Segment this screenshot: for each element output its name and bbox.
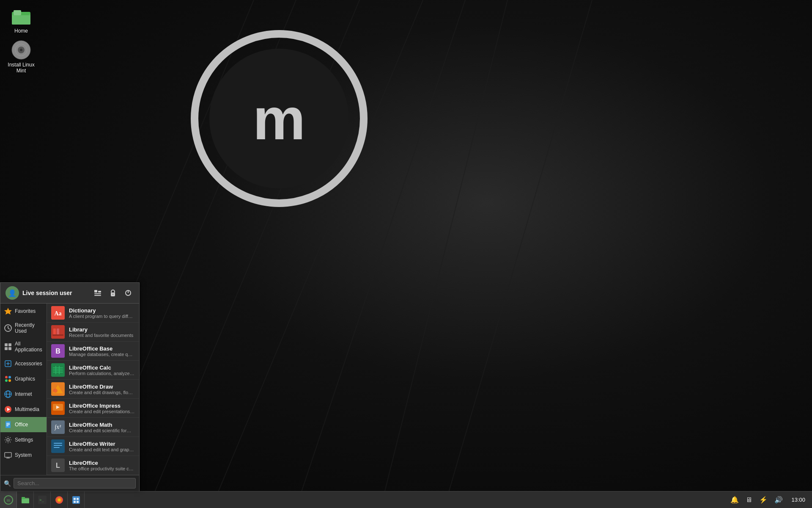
taskbar: m >_	[0, 491, 812, 508]
app-item-libreoffice-impress[interactable]: LibreOffice Impress Create and edit pres…	[47, 399, 139, 418]
svg-point-51	[7, 439, 9, 441]
menu-sidebar: Favorites Recently Used All Applications…	[0, 304, 47, 475]
app-item-libreoffice-math[interactable]: ∫x² LibreOffice Math Create and edit sci…	[47, 418, 139, 437]
svg-rect-67	[53, 372, 63, 373]
taskbar-manager-btn[interactable]	[68, 491, 85, 508]
svg-text:L: L	[56, 462, 60, 469]
svg-rect-68	[55, 366, 56, 374]
desktop-icon-install-mint[interactable]: Install Linux Mint	[4, 38, 38, 76]
files-action-btn[interactable]	[92, 287, 104, 299]
app-icon-libreoffice-math: ∫x²	[51, 420, 65, 434]
sidebar-label-recently-used: Recently Used	[15, 322, 43, 334]
sidebar-icon-favorites	[4, 307, 12, 315]
app-item-libreoffice-base[interactable]: B LibreOffice Base Manage databases, cre…	[47, 342, 139, 361]
app-item-libreoffice[interactable]: L LibreOffice The office productivity su…	[47, 456, 139, 475]
svg-point-93	[58, 499, 60, 501]
svg-point-38	[5, 376, 8, 378]
app-info-library: Library Recent and favorite documents	[69, 326, 135, 338]
svg-point-8	[195, 34, 364, 203]
svg-line-6	[381, 0, 508, 508]
app-item-libreoffice-calc[interactable]: LibreOffice Calc Perform calculations, a…	[47, 361, 139, 380]
app-info-libreoffice-base: LibreOffice Base Manage databases, creat…	[69, 345, 135, 357]
taskbar-terminal-btn[interactable]: >_	[34, 491, 51, 508]
sidebar-item-accessories[interactable]: Accessories	[0, 356, 47, 371]
svg-text:B: B	[55, 348, 60, 355]
svg-point-72	[53, 389, 58, 393]
taskbar-files-btn[interactable]	[17, 491, 34, 508]
app-item-dictionary[interactable]: Aa Dictionary A client program to query …	[47, 304, 139, 323]
sidebar-item-all-applications[interactable]: All Applications	[0, 337, 47, 356]
app-item-library[interactable]: Library Recent and favorite documents	[47, 323, 139, 342]
app-name-libreoffice-writer: LibreOffice Writer	[69, 441, 135, 447]
app-desc-libreoffice-calc: Perform calculations, analyze informat..…	[69, 371, 135, 376]
sidebar-item-internet[interactable]: Internet	[0, 387, 47, 402]
app-info-dictionary: Dictionary A client program to query dif…	[69, 307, 135, 319]
svg-rect-32	[8, 343, 11, 346]
app-item-libreoffice-writer[interactable]: LibreOffice Writer Create and edit text …	[47, 437, 139, 456]
svg-rect-31	[5, 343, 8, 346]
svg-rect-19	[94, 290, 97, 293]
app-name-libreoffice-base: LibreOffice Base	[69, 345, 135, 352]
app-icon-libreoffice-draw	[51, 382, 65, 396]
taskbar-browser-btn[interactable]	[51, 491, 68, 508]
sidebar-item-favorites[interactable]: Favorites	[0, 304, 47, 319]
taskbar-right: 🔔 🖥 ⚡ 🔊 13:00	[729, 491, 812, 508]
search-input[interactable]	[14, 478, 136, 489]
sidebar-item-recently-used[interactable]: Recently Used	[0, 319, 47, 337]
sidebar-icon-settings	[4, 436, 12, 444]
taskbar-manager-icon	[72, 496, 80, 504]
lock-action-btn[interactable]	[107, 287, 119, 299]
display-tray-icon[interactable]: 🖥	[744, 495, 754, 505]
power-tray-icon[interactable]: ⚡	[757, 495, 769, 505]
app-info-libreoffice: LibreOffice The office productivity suit…	[69, 460, 135, 471]
svg-rect-34	[8, 347, 11, 350]
power-action-btn[interactable]	[122, 287, 134, 299]
start-button[interactable]: m	[0, 491, 17, 508]
svg-rect-13	[14, 10, 21, 15]
svg-rect-88	[22, 497, 25, 499]
svg-point-41	[8, 379, 11, 382]
app-name-libreoffice-math: LibreOffice Math	[69, 422, 135, 428]
svg-rect-81	[54, 447, 60, 448]
svg-rect-87	[22, 499, 29, 503]
user-avatar: 👤	[5, 286, 19, 300]
notification-tray-icon[interactable]: 🔔	[729, 495, 741, 505]
svg-rect-22	[98, 291, 101, 293]
svg-line-7	[444, 0, 592, 508]
menu-content: Aa Dictionary A client program to query …	[47, 304, 139, 475]
home-icon-label: Home	[14, 28, 28, 34]
app-name-library: Library	[69, 326, 135, 333]
volume-tray-icon[interactable]: 🔊	[773, 495, 785, 505]
sidebar-icon-multimedia	[4, 405, 12, 414]
app-desc-libreoffice-draw: Create and edit drawings, flow charts a.…	[69, 390, 135, 395]
svg-rect-60	[60, 329, 63, 335]
install-mint-icon-label: Install Linux Mint	[8, 62, 34, 74]
app-desc-libreoffice-writer: Create and edit text and graphics in let…	[69, 447, 135, 452]
svg-marker-27	[4, 308, 12, 315]
taskbar-left: m >_	[0, 491, 85, 508]
sidebar-item-graphics[interactable]: Graphics	[0, 371, 47, 387]
svg-point-17	[20, 49, 22, 51]
home-folder-icon	[11, 6, 31, 26]
svg-rect-59	[57, 329, 59, 335]
sidebar-label-office: Office	[15, 422, 28, 428]
app-name-libreoffice: LibreOffice	[69, 460, 135, 466]
app-icon-libreoffice-base: B	[51, 344, 65, 358]
sidebar-item-settings[interactable]: Settings	[0, 432, 47, 447]
svg-rect-66	[53, 370, 63, 370]
svg-rect-33	[5, 347, 8, 350]
svg-rect-52	[5, 453, 11, 457]
start-menu: 👤 Live session user	[0, 282, 140, 491]
system-clock[interactable]: 13:00	[788, 497, 809, 503]
sidebar-item-office[interactable]: Office	[0, 417, 47, 432]
sidebar-item-multimedia[interactable]: Multimedia	[0, 402, 47, 417]
app-item-libreoffice-draw[interactable]: LibreOffice Draw Create and edit drawing…	[47, 380, 139, 399]
sidebar-icon-internet	[4, 390, 12, 398]
sidebar-item-system[interactable]: System	[0, 447, 47, 463]
sidebar-icon-accessories	[4, 359, 12, 368]
app-name-libreoffice-impress: LibreOffice Impress	[69, 403, 135, 409]
user-name: Live session user	[22, 290, 88, 296]
desktop-icon-home[interactable]: Home	[4, 4, 38, 36]
app-name-libreoffice-draw: LibreOffice Draw	[69, 384, 135, 390]
sidebar-icon-office	[4, 420, 12, 429]
